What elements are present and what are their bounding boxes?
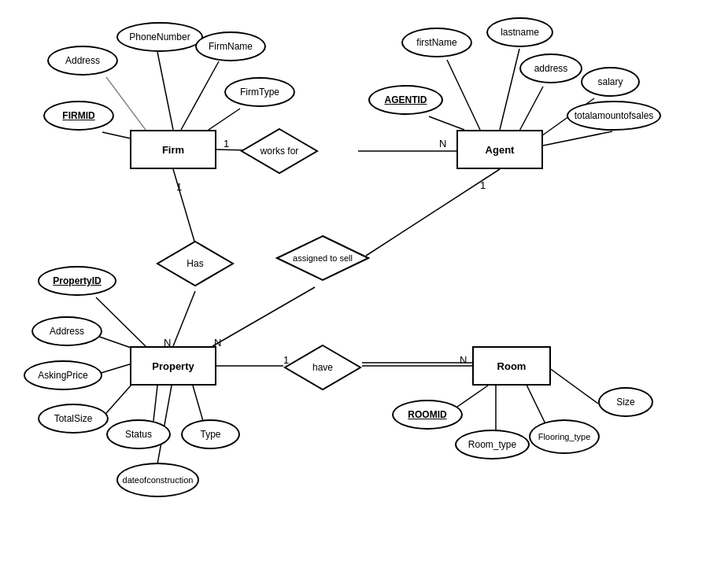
cardinality-agent-worksfor: N	[439, 138, 446, 149]
cardinality-property-assigned-n: N	[214, 337, 221, 349]
entity-room: Room	[472, 346, 551, 386]
entity-agent: Agent	[456, 130, 543, 169]
attr-dateofconstruction: dateofconstruction	[116, 463, 199, 497]
attr-size: Size	[598, 387, 653, 417]
attr-firmname: FirmName	[195, 31, 266, 61]
attr-firstname: firstName	[401, 28, 472, 57]
attr-lastname: lastname	[486, 17, 553, 47]
svg-line-6	[500, 49, 519, 130]
svg-line-16	[212, 287, 315, 346]
attr-totalamountofsales: totalamountofsales	[567, 101, 661, 131]
svg-line-2	[181, 61, 219, 130]
svg-line-10	[429, 116, 464, 130]
cardinality-agent-assigned: 1	[480, 179, 486, 191]
attr-salary: salary	[581, 67, 640, 97]
svg-line-25	[193, 386, 203, 421]
attr-room-type: Room_type	[455, 430, 530, 460]
svg-line-20	[96, 297, 146, 346]
relationship-works-for: works for	[240, 127, 319, 175]
entity-firm: Firm	[130, 130, 216, 169]
attr-roomid: ROOMID	[392, 400, 463, 430]
svg-line-30	[543, 364, 598, 404]
cardinality-property-have: 1	[283, 354, 289, 366]
relationship-have: have	[283, 344, 362, 391]
cardinality-firm-worksfor: 1	[224, 138, 229, 149]
svg-line-7	[518, 87, 543, 134]
attr-firm-address: Address	[47, 46, 118, 76]
attr-firmid: FIRMID	[43, 101, 114, 131]
svg-line-0	[157, 52, 173, 130]
svg-line-24	[153, 386, 157, 421]
attr-agentid: AGENTID	[368, 85, 443, 115]
attr-flooring-type: Flooring_type	[529, 419, 600, 454]
attr-propertyid: PropertyID	[38, 266, 116, 296]
entity-property: Property	[130, 346, 216, 386]
svg-line-9	[543, 131, 612, 146]
cardinality-property-has-n: N	[164, 337, 171, 349]
cardinality-room-have: N	[460, 354, 467, 366]
relationship-has: Has	[156, 240, 235, 287]
svg-line-5	[447, 60, 480, 130]
attr-askingprice: AskingPrice	[24, 360, 102, 390]
attr-phonenumber: PhoneNumber	[116, 22, 203, 52]
relationship-assigned-to-sell: assigned to sell	[275, 234, 370, 282]
attr-type: Type	[181, 419, 240, 449]
cardinality-firm-has: 1	[176, 181, 182, 193]
attr-firmtype: FirmType	[224, 77, 295, 107]
attr-status: Status	[106, 419, 171, 449]
attr-totalsize: TotalSize	[38, 404, 109, 434]
svg-line-1	[106, 77, 146, 130]
attr-property-address: Address	[31, 316, 102, 346]
er-diagram: Firm Agent Property Room works for Has a…	[0, 0, 728, 561]
svg-line-14	[173, 291, 195, 346]
attr-agent-address: address	[519, 54, 582, 83]
